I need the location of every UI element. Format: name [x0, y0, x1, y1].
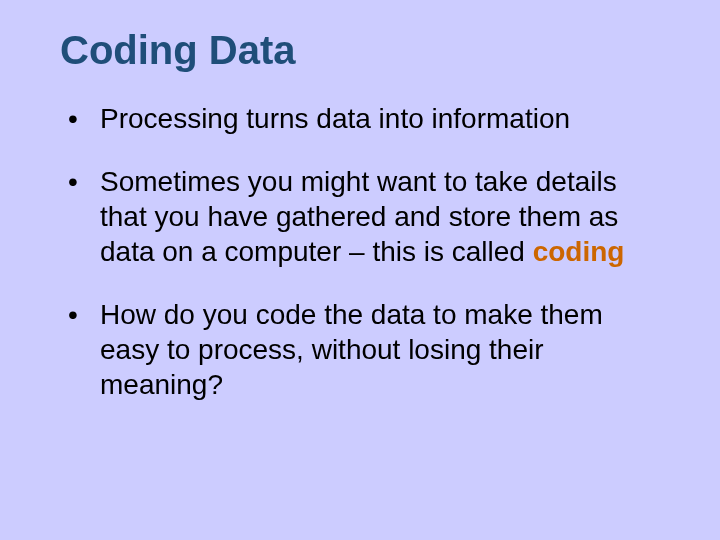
bullet-text: How do you code the data to make them ea…	[100, 299, 603, 400]
bullet-item: Processing turns data into information	[60, 101, 660, 136]
slide-title: Coding Data	[60, 28, 660, 73]
bullet-item: Sometimes you might want to take details…	[60, 164, 660, 269]
keyword-coding: coding	[533, 236, 625, 267]
bullet-list: Processing turns data into information S…	[60, 101, 660, 402]
slide: Coding Data Processing turns data into i…	[0, 0, 720, 540]
bullet-item: How do you code the data to make them ea…	[60, 297, 660, 402]
bullet-text: Processing turns data into information	[100, 103, 570, 134]
